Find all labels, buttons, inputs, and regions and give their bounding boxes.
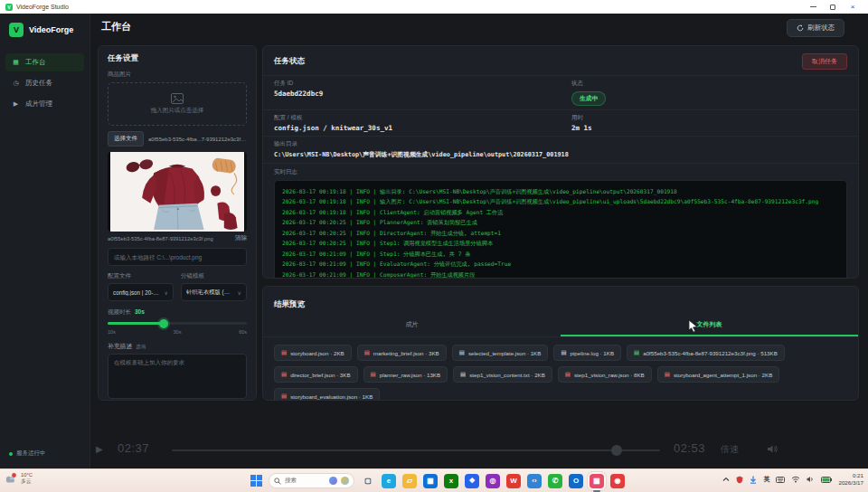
file-product-png[interactable]: ▤ a0f55eb3-535c-4fba-8e87-9391212e3c3f.p…: [627, 345, 785, 361]
config-template-label: 配置 / 模板: [274, 114, 550, 122]
ime-language-indicator[interactable]: 英: [763, 475, 769, 484]
duration-value: 30s: [135, 308, 145, 315]
file-selected-template-json[interactable]: ▤ selected_template.json · 1KB: [452, 345, 549, 361]
xbox[interactable]: x: [444, 474, 458, 488]
tray-date: 2026/3/17: [838, 479, 863, 487]
log-line: 2026-03-17 00:19:18 | INFO | ClientAgent…: [282, 207, 839, 217]
task-view[interactable]: ▢: [361, 474, 375, 488]
state-cell: 状态 生成中: [561, 76, 858, 110]
media-app[interactable]: ◎: [486, 474, 500, 488]
search-icon: [274, 478, 281, 485]
file-icon: ▤: [561, 349, 566, 356]
minimize-button[interactable]: [803, 0, 823, 14]
nav-item-icon: ▶: [12, 100, 20, 108]
sidebar: V VideoForge ▦ 工作台 ◷ 历史任务 ▶: [0, 14, 90, 468]
product-image-label: 商品图片: [108, 71, 247, 79]
microsoft-store[interactable]: ▦: [423, 474, 438, 488]
tab-final-video[interactable]: 成片: [263, 316, 561, 336]
template-select[interactable]: 针织毛衣模版 (单人) ∨: [181, 283, 247, 301]
taskbar-search-box[interactable]: 搜索: [269, 473, 354, 488]
play-button[interactable]: ▶: [96, 444, 103, 454]
tab-file-list[interactable]: 文件列表: [561, 316, 858, 336]
playback-speed-button[interactable]: 倍速: [721, 443, 739, 456]
edge-browser[interactable]: e: [382, 474, 396, 488]
description-textarea[interactable]: [108, 354, 247, 399]
file-planner-raw-json[interactable]: ▤ planner_raw.json · 13KB: [363, 366, 448, 383]
volume-tray-icon[interactable]: [807, 476, 815, 483]
file-explorer[interactable]: ▱: [402, 474, 417, 488]
file-marketing-brief-json[interactable]: ▤ marketing_brief.json · 3KB: [357, 345, 447, 361]
file-pipeline-log[interactable]: ▤ pipeline.log · 1KB: [553, 345, 621, 361]
nav-item-label: 历史任务: [25, 79, 52, 88]
state-label: 状态: [571, 80, 847, 88]
seek-bar[interactable]: [172, 449, 660, 451]
cancel-task-button[interactable]: 取消任务: [802, 53, 847, 70]
tray-download-icon[interactable]: [750, 476, 757, 484]
clear-image-link[interactable]: 清除: [235, 234, 247, 242]
preview-file-name: a0f55eb3-535c-4fba-8e87-9391212e3c3f.png: [108, 236, 213, 241]
nav-history[interactable]: ◷ 历史任务: [5, 74, 84, 92]
mouse-cursor: [688, 319, 698, 333]
app-window: V VideoForge ▦ 工作台 ◷ 历史任务 ▶: [0, 14, 868, 468]
panel-task-status: 任务状态 取消任务 任务 ID 5daebd22dbc9 状态 生成中 配置 /…: [262, 45, 859, 279]
local-path-input[interactable]: [108, 248, 247, 266]
file-storyboard-attempt-json[interactable]: ▤ storyboard_agent_attempt_1.json · 2KB: [657, 366, 780, 383]
duration-slider-knob[interactable]: [159, 319, 168, 328]
file-icon: ▤: [281, 371, 287, 378]
tab-label: 成片: [406, 321, 419, 327]
mail-app[interactable]: O: [569, 474, 583, 488]
videoforge-studio-running[interactable]: ▦: [590, 474, 604, 488]
file-chip-label: storyboard_agent_attempt_1.json · 2KB: [674, 372, 772, 378]
service-status: 服务运行中: [9, 449, 46, 458]
nav-workbench[interactable]: ▦ 工作台: [5, 53, 84, 71]
wechat[interactable]: ✆: [548, 474, 562, 488]
weather-cloud-icon: [4, 473, 17, 484]
config-file-select[interactable]: config.json | 20-30s ∨: [108, 283, 174, 301]
maximize-button[interactable]: [823, 0, 843, 14]
file-storyboard-json[interactable]: ▤ storyboard.json · 2KB: [274, 345, 352, 361]
taskbar-clock[interactable]: 0:21 2026/3/17: [838, 472, 863, 487]
file-chip-label: step1_vision_raw.json · 8KB: [574, 372, 645, 378]
file-storyboard-evaluation-json[interactable]: ▤ storyboard_evaluation.json · 1KB: [274, 388, 380, 401]
wps-office[interactable]: W: [506, 474, 521, 488]
file-icon: ▤: [565, 371, 571, 378]
brand: V VideoForge: [0, 14, 90, 44]
file-step1-vision-content-txt[interactable]: ▤ step1_vision_content.txt · 2KB: [453, 366, 552, 383]
nav-films[interactable]: ▶ 成片管理: [5, 95, 84, 113]
file-chip-label: storyboard.json · 2KB: [290, 350, 344, 356]
task-id-cell: 任务 ID 5daebd22dbc9: [263, 76, 561, 110]
log-line: 2026-03-17 00:21:09 | INFO | Step1: 分镜脚本…: [282, 249, 839, 259]
choose-file-button[interactable]: 选择文件: [108, 131, 144, 147]
refresh-status-button[interactable]: 刷新状态: [787, 19, 844, 37]
weather-widget[interactable]: 10°C 多云: [4, 472, 33, 485]
file-director-brief-json[interactable]: ▤ director_brief.json · 3KB: [274, 366, 358, 383]
duration-label: 视频时长: [108, 308, 131, 317]
start-button[interactable]: [250, 475, 262, 487]
media-red-app[interactable]: ◉: [610, 474, 625, 488]
volume-icon[interactable]: [767, 444, 778, 454]
log-console[interactable]: 2026-03-17 00:19:18 | INFO | 输出目录: C:\Us…: [274, 180, 847, 279]
screen: V VideoForge Studio × V VideoForge ▦ 工作台: [0, 0, 868, 492]
touch-keyboard-icon[interactable]: [776, 477, 785, 483]
image-dropzone[interactable]: 拖入图片或点击选择: [108, 82, 247, 126]
tray-security-icon[interactable]: [736, 476, 743, 484]
close-button[interactable]: ×: [843, 0, 863, 14]
file-icon: ▤: [460, 371, 466, 378]
file-icon: ▤: [459, 349, 465, 356]
battery-icon[interactable]: [821, 477, 832, 483]
file-step1-vision-raw-json[interactable]: ▤ step1_vision_raw.json · 8KB: [558, 366, 652, 383]
file-icon: ▤: [665, 371, 670, 378]
product-image-preview[interactable]: [108, 152, 247, 232]
log-line: 2026-03-17 00:20:25 | INFO | Step1: 调用视觉…: [282, 238, 839, 248]
video-player-controls: ▶ 02:37 02:53 倍速: [90, 432, 868, 468]
vscode[interactable]: ‹›: [527, 474, 542, 488]
tray-expand-chevron-icon[interactable]: [722, 477, 730, 482]
app-logo-icon: V: [5, 4, 13, 11]
page-title: 工作台: [101, 20, 131, 33]
output-dir-value: C:\Users\MSI-NB\Desktop\声音训练+识图视频生成\vide…: [274, 150, 847, 159]
photos[interactable]: ❖: [465, 474, 479, 488]
file-icon: ▤: [281, 393, 287, 400]
seek-knob[interactable]: [611, 445, 622, 456]
duration-slider[interactable]: [108, 322, 247, 325]
wifi-icon[interactable]: [791, 476, 800, 483]
